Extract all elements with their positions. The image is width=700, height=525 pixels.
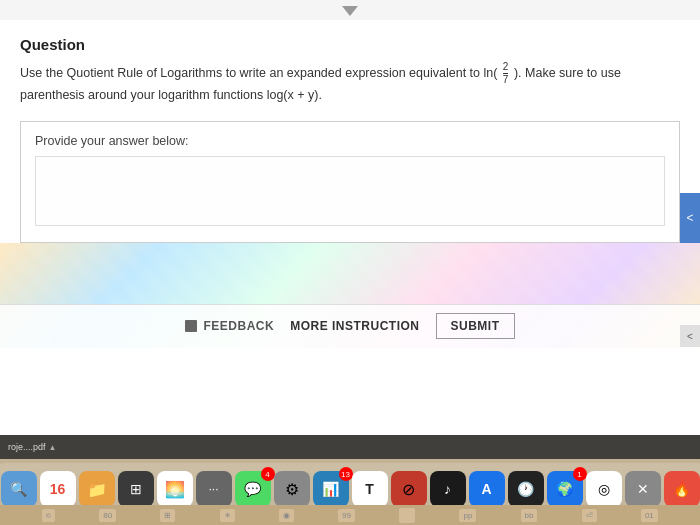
dock-icon-folder[interactable]: 📁 (79, 471, 115, 507)
dock-icon-x[interactable]: ✕ (625, 471, 661, 507)
dock-icon-flame[interactable]: 🔥 (664, 471, 700, 507)
dock-icon-settings[interactable]: ⚙ (274, 471, 310, 507)
key-circle: ◉ (279, 509, 294, 522)
key-space (399, 508, 415, 523)
dock: 🔍 16 📁 ⊞ 🌅 ··· 💬 ⚙ 📊 T ⊘ ♪ A 🕐 🌍 ◎ ✕ 🔥 (0, 463, 700, 511)
more-instruction-button[interactable]: MORE INSTRUCTION (290, 319, 419, 333)
fraction-num: 2 (503, 61, 509, 74)
feedback-button[interactable]: FEEDBACK (185, 319, 274, 333)
key-sun: ☀ (220, 509, 235, 522)
scroll-down-icon (342, 6, 358, 16)
dock-icon-messages[interactable]: 💬 (235, 471, 271, 507)
taskbar-pdf-item[interactable]: roje....pdf ▲ (8, 442, 56, 452)
dock-icon-more[interactable]: ··· (196, 471, 232, 507)
key-enter: ⏎ (582, 509, 597, 522)
fraction-den: 7 (503, 74, 509, 86)
answer-label: Provide your answer below: (35, 134, 665, 148)
content-area: Question Use the Quotient Rule of Logari… (0, 20, 700, 243)
dock-icon-clock[interactable]: 🕐 (508, 471, 544, 507)
colorful-background: FEEDBACK MORE INSTRUCTION SUBMIT (0, 243, 700, 348)
side-panel-toggle[interactable]: < (680, 193, 700, 243)
dock-icon-globe[interactable]: 🌍 (547, 471, 583, 507)
question-text-start: Use the Quotient Rule of Logarithms to w… (20, 66, 497, 80)
submit-label: SUBMIT (451, 319, 500, 333)
submit-button[interactable]: SUBMIT (436, 313, 515, 339)
feedback-label: FEEDBACK (203, 319, 274, 333)
dock-icon-charts[interactable]: 📊 (313, 471, 349, 507)
pdf-label: roje....pdf (8, 442, 46, 452)
dock-icon-music[interactable]: ♪ (430, 471, 466, 507)
screen: Question Use the Quotient Rule of Logari… (0, 0, 700, 435)
dock-icon-block[interactable]: ⊘ (391, 471, 427, 507)
key-99: 99 (338, 509, 355, 522)
question-body: Use the Quotient Rule of Logarithms to w… (20, 61, 680, 105)
dock-icon-chrome[interactable]: ◎ (586, 471, 622, 507)
fraction-display: 2 7 (503, 61, 509, 86)
key-bb: bb (521, 509, 538, 522)
question-title: Question (20, 36, 680, 53)
key-80: 80 (99, 509, 116, 522)
answer-input[interactable] (35, 156, 665, 226)
bottom-panel-arrow[interactable]: < (680, 325, 700, 347)
taskbar: roje....pdf ▲ (0, 435, 700, 459)
side-arrow-icon: < (686, 211, 693, 225)
key-grid: ⊞ (160, 509, 175, 522)
key-pp: pp (459, 509, 476, 522)
action-bar: FEEDBACK MORE INSTRUCTION SUBMIT (0, 304, 700, 348)
feedback-icon (185, 320, 197, 332)
keyboard-row: ⎋ 80 ⊞ ☀ ◉ 99 pp bb ⏎ 01 (0, 505, 700, 525)
key-01: 01 (641, 509, 658, 522)
dock-icon-finder[interactable]: 🔍 (1, 471, 37, 507)
scroll-indicator[interactable] (0, 0, 700, 20)
dock-icon-apps[interactable]: ⊞ (118, 471, 154, 507)
dock-icon-store[interactable]: A (469, 471, 505, 507)
dock-icon-text[interactable]: T (352, 471, 388, 507)
answer-section: Provide your answer below: (20, 121, 680, 243)
chevron-left-icon: < (687, 331, 693, 342)
dock-icon-calendar[interactable]: 16 (40, 471, 76, 507)
dock-icon-photos[interactable]: 🌅 (157, 471, 193, 507)
taskbar-expand-icon: ▲ (49, 443, 57, 452)
more-instruction-label: MORE INSTRUCTION (290, 319, 419, 333)
key-esc: ⎋ (42, 509, 55, 522)
